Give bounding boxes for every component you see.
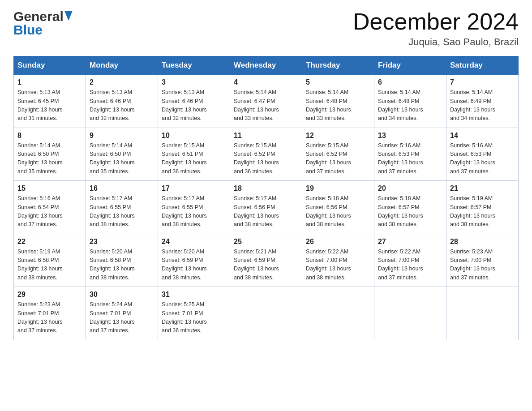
day-info: Sunrise: 5:14 AMSunset: 6:50 PMDaylight:…	[17, 141, 82, 176]
weekday-header-tuesday: Tuesday	[158, 56, 230, 75]
calendar-cell: 31Sunrise: 5:25 AMSunset: 7:01 PMDayligh…	[158, 287, 230, 340]
weekday-header-saturday: Saturday	[446, 56, 519, 75]
calendar-cell: 14Sunrise: 5:16 AMSunset: 6:53 PMDayligh…	[446, 128, 519, 181]
day-number: 6	[378, 78, 442, 86]
day-info: Sunrise: 5:15 AMSunset: 6:51 PMDaylight:…	[162, 141, 226, 176]
calendar-cell: 24Sunrise: 5:20 AMSunset: 6:59 PMDayligh…	[158, 234, 230, 287]
day-info: Sunrise: 5:14 AMSunset: 6:48 PMDaylight:…	[306, 88, 370, 123]
calendar-cell: 6Sunrise: 5:14 AMSunset: 6:48 PMDaylight…	[374, 75, 446, 128]
day-number: 16	[90, 184, 154, 193]
calendar-table: SundayMondayTuesdayWednesdayThursdayFrid…	[13, 56, 519, 340]
day-number: 12	[306, 132, 370, 140]
weekday-header-friday: Friday	[374, 56, 446, 75]
day-info: Sunrise: 5:15 AMSunset: 6:52 PMDaylight:…	[306, 141, 370, 176]
day-number: 24	[162, 238, 226, 246]
day-number: 5	[306, 78, 370, 86]
day-number: 25	[234, 238, 298, 246]
day-info: Sunrise: 5:14 AMSunset: 6:49 PMDaylight:…	[450, 88, 515, 123]
day-number: 29	[17, 291, 82, 299]
day-number: 10	[162, 132, 226, 140]
page-header: General Blue December 2024 Juquia, Sao P…	[13, 9, 519, 48]
day-number: 26	[306, 238, 370, 246]
day-info: Sunrise: 5:17 AMSunset: 6:55 PMDaylight:…	[90, 194, 154, 229]
calendar-cell	[374, 287, 446, 340]
calendar-week-5: 29Sunrise: 5:23 AMSunset: 7:01 PMDayligh…	[14, 287, 519, 340]
day-number: 20	[378, 184, 442, 193]
day-info: Sunrise: 5:14 AMSunset: 6:50 PMDaylight:…	[90, 141, 154, 176]
calendar-cell: 11Sunrise: 5:15 AMSunset: 6:52 PMDayligh…	[230, 128, 302, 181]
day-info: Sunrise: 5:20 AMSunset: 6:58 PMDaylight:…	[90, 248, 154, 283]
day-number: 27	[378, 238, 442, 246]
calendar-week-4: 22Sunrise: 5:19 AMSunset: 6:58 PMDayligh…	[14, 234, 519, 287]
day-number: 18	[234, 184, 298, 193]
calendar-cell: 29Sunrise: 5:23 AMSunset: 7:01 PMDayligh…	[14, 287, 86, 340]
calendar-cell: 27Sunrise: 5:22 AMSunset: 7:00 PMDayligh…	[374, 234, 446, 287]
day-info: Sunrise: 5:13 AMSunset: 6:46 PMDaylight:…	[90, 88, 154, 123]
day-info: Sunrise: 5:16 AMSunset: 6:53 PMDaylight:…	[450, 141, 515, 176]
day-info: Sunrise: 5:13 AMSunset: 6:46 PMDaylight:…	[162, 88, 226, 123]
day-info: Sunrise: 5:14 AMSunset: 6:47 PMDaylight:…	[234, 88, 298, 123]
calendar-cell: 17Sunrise: 5:17 AMSunset: 6:55 PMDayligh…	[158, 181, 230, 234]
day-number: 23	[90, 238, 154, 246]
calendar-week-2: 8Sunrise: 5:14 AMSunset: 6:50 PMDaylight…	[14, 128, 519, 181]
calendar-cell: 16Sunrise: 5:17 AMSunset: 6:55 PMDayligh…	[86, 181, 158, 234]
calendar-cell: 1Sunrise: 5:13 AMSunset: 6:45 PMDaylight…	[14, 75, 86, 128]
calendar-cell	[302, 287, 374, 340]
day-info: Sunrise: 5:19 AMSunset: 6:58 PMDaylight:…	[17, 248, 82, 283]
calendar-cell: 4Sunrise: 5:14 AMSunset: 6:47 PMDaylight…	[230, 75, 302, 128]
day-number: 17	[162, 184, 226, 193]
day-number: 9	[90, 132, 154, 140]
month-title: December 2024	[353, 9, 519, 34]
day-number: 30	[90, 291, 154, 299]
title-block: December 2024 Juquia, Sao Paulo, Brazil	[353, 9, 519, 48]
calendar-cell: 5Sunrise: 5:14 AMSunset: 6:48 PMDaylight…	[302, 75, 374, 128]
calendar-cell: 8Sunrise: 5:14 AMSunset: 6:50 PMDaylight…	[14, 128, 86, 181]
day-info: Sunrise: 5:18 AMSunset: 6:56 PMDaylight:…	[306, 194, 370, 229]
day-info: Sunrise: 5:18 AMSunset: 6:57 PMDaylight:…	[378, 194, 442, 229]
calendar-cell: 12Sunrise: 5:15 AMSunset: 6:52 PMDayligh…	[302, 128, 374, 181]
day-info: Sunrise: 5:17 AMSunset: 6:56 PMDaylight:…	[234, 194, 298, 229]
calendar-cell: 28Sunrise: 5:23 AMSunset: 7:00 PMDayligh…	[446, 234, 519, 287]
calendar-cell: 30Sunrise: 5:24 AMSunset: 7:01 PMDayligh…	[86, 287, 158, 340]
calendar-cell: 18Sunrise: 5:17 AMSunset: 6:56 PMDayligh…	[230, 181, 302, 234]
day-number: 7	[450, 78, 515, 86]
day-info: Sunrise: 5:17 AMSunset: 6:55 PMDaylight:…	[162, 194, 226, 229]
day-info: Sunrise: 5:22 AMSunset: 7:00 PMDaylight:…	[378, 248, 442, 283]
day-number: 21	[450, 184, 515, 193]
day-info: Sunrise: 5:20 AMSunset: 6:59 PMDaylight:…	[162, 248, 226, 283]
day-number: 14	[450, 132, 515, 140]
day-number: 13	[378, 132, 442, 140]
day-number: 8	[17, 132, 82, 140]
calendar-cell: 3Sunrise: 5:13 AMSunset: 6:46 PMDaylight…	[158, 75, 230, 128]
weekday-header-wednesday: Wednesday	[230, 56, 302, 75]
calendar-week-1: 1Sunrise: 5:13 AMSunset: 6:45 PMDaylight…	[14, 75, 519, 128]
day-info: Sunrise: 5:19 AMSunset: 6:57 PMDaylight:…	[450, 194, 515, 229]
day-info: Sunrise: 5:16 AMSunset: 6:54 PMDaylight:…	[17, 194, 82, 229]
calendar-cell: 15Sunrise: 5:16 AMSunset: 6:54 PMDayligh…	[14, 181, 86, 234]
day-info: Sunrise: 5:13 AMSunset: 6:45 PMDaylight:…	[17, 88, 82, 123]
calendar-cell: 7Sunrise: 5:14 AMSunset: 6:49 PMDaylight…	[446, 75, 519, 128]
day-number: 4	[234, 78, 298, 86]
day-info: Sunrise: 5:14 AMSunset: 6:48 PMDaylight:…	[378, 88, 442, 123]
day-number: 11	[234, 132, 298, 140]
day-number: 19	[306, 184, 370, 193]
calendar-cell	[230, 287, 302, 340]
day-info: Sunrise: 5:22 AMSunset: 7:00 PMDaylight:…	[306, 248, 370, 283]
logo-arrow-icon	[64, 11, 73, 22]
logo-general: General	[13, 9, 64, 24]
calendar-cell: 20Sunrise: 5:18 AMSunset: 6:57 PMDayligh…	[374, 181, 446, 234]
day-number: 22	[17, 238, 82, 246]
day-info: Sunrise: 5:25 AMSunset: 7:01 PMDaylight:…	[162, 300, 226, 335]
calendar-cell: 10Sunrise: 5:15 AMSunset: 6:51 PMDayligh…	[158, 128, 230, 181]
day-info: Sunrise: 5:23 AMSunset: 7:00 PMDaylight:…	[450, 248, 515, 283]
day-number: 15	[17, 184, 82, 193]
day-number: 28	[450, 238, 515, 246]
logo: General Blue	[13, 9, 73, 38]
calendar-cell: 23Sunrise: 5:20 AMSunset: 6:58 PMDayligh…	[86, 234, 158, 287]
logo-blue: Blue	[13, 22, 73, 38]
calendar-cell: 9Sunrise: 5:14 AMSunset: 6:50 PMDaylight…	[86, 128, 158, 181]
day-info: Sunrise: 5:21 AMSunset: 6:59 PMDaylight:…	[234, 248, 298, 283]
day-number: 31	[162, 291, 226, 299]
weekday-header-thursday: Thursday	[302, 56, 374, 75]
day-number: 3	[162, 78, 226, 86]
